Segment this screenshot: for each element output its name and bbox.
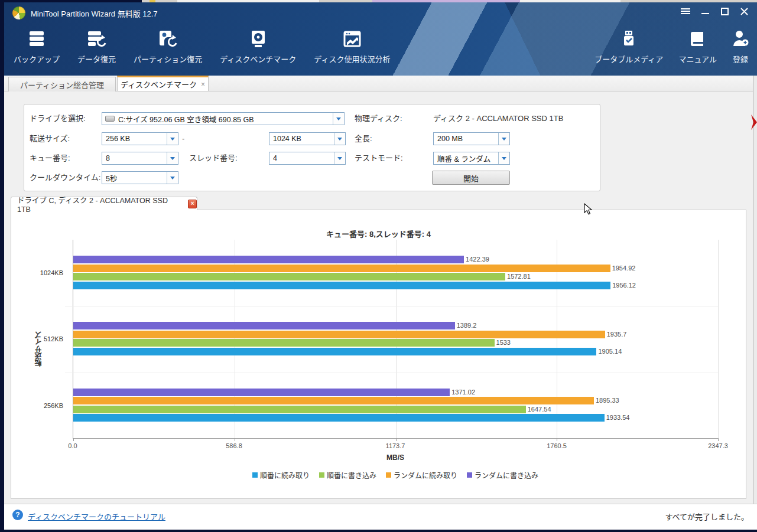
titlebar: MiniTool Partition Wizard 無料版 12.7 xyxy=(4,2,757,24)
toolbar-item-manual[interactable]: マニュアル xyxy=(678,26,717,74)
result-tab-close-icon[interactable]: × xyxy=(188,200,197,208)
axis-tick xyxy=(73,438,74,441)
chart-title: キュー番号: 8,スレッド番号: 4 xyxy=(11,228,746,239)
toolbar-label: データ復元 xyxy=(77,53,116,64)
status-message: すべてが完了しました。 xyxy=(665,511,749,522)
chart-plot: 1422.391954.921572.811956.121389.21935.7… xyxy=(73,240,718,439)
toolbar: バックアップ データ復元 パーティション復元 ディスクベンチマーク xyxy=(4,26,757,74)
chevron-down-icon[interactable] xyxy=(334,152,345,164)
legend-swatch xyxy=(386,472,391,478)
total-length-label: 全長: xyxy=(355,132,372,145)
bar-row: 1905.14 xyxy=(73,348,718,357)
tutorial-link[interactable]: ディスクベンチマークのチュートリアル xyxy=(28,511,165,522)
tab-bar: パーティション総合管理 ディスクベンチマーク × xyxy=(4,76,757,92)
toolbar-label: 登録 xyxy=(733,53,748,64)
toolbar-right: ブータブルメディア マニュアル 登録 xyxy=(594,26,757,74)
toolbar-item-data-recovery[interactable]: データ復元 xyxy=(77,26,116,74)
data-recovery-icon xyxy=(87,26,107,52)
mouse-cursor xyxy=(584,203,593,218)
transfer-size-label: 転送サイズ: xyxy=(30,132,70,145)
chevron-down-icon[interactable] xyxy=(167,172,178,184)
window-controls xyxy=(678,5,751,17)
chevron-down-icon[interactable] xyxy=(498,133,509,145)
transfer-size-from-select[interactable]: 256 KB xyxy=(102,132,178,145)
tab-label: パーティション総合管理 xyxy=(20,79,104,90)
start-button[interactable]: 開始 xyxy=(432,171,510,185)
chevron-down-icon[interactable] xyxy=(333,113,344,125)
bootable-media-icon xyxy=(622,26,636,52)
thread-number-select[interactable]: 4 xyxy=(269,152,346,165)
minimize-button[interactable] xyxy=(698,5,712,17)
legend-label: ランダムに書き込み xyxy=(475,470,538,480)
chart-x-axis-label: MB/S xyxy=(73,453,718,462)
legend-label: 順番に書き込み xyxy=(327,470,376,480)
drive-select[interactable]: C:サイズ 952.06 GB 空き領域 690.85 GB xyxy=(102,112,345,125)
backup-icon xyxy=(27,26,46,52)
category-label: 256KB xyxy=(44,402,63,409)
drive-select-label: ドライブを選択: xyxy=(30,112,86,125)
maximize-button[interactable] xyxy=(717,5,732,17)
result-tab[interactable]: ドライブ C, ディスク 2 - ACCLAMATOR SSD 1TB × xyxy=(11,197,197,210)
x-tick-label: 0.0 xyxy=(68,442,77,449)
drive-icon xyxy=(105,116,115,122)
toolbar-label: ディスクベンチマーク xyxy=(220,53,296,64)
tab-close-icon[interactable]: × xyxy=(201,80,205,89)
bar-row: 1933.54 xyxy=(73,414,718,423)
bar-row: 1895.33 xyxy=(73,397,718,406)
bar-value-label: 1905.14 xyxy=(598,348,622,355)
bar xyxy=(73,397,594,404)
legend-item: ランダムに読み取り xyxy=(386,470,457,480)
queue-number-select[interactable]: 8 xyxy=(102,152,178,165)
help-icon[interactable]: ? xyxy=(12,510,23,520)
app-logo-icon xyxy=(12,6,25,19)
chevron-down-icon[interactable] xyxy=(167,133,178,145)
bar-value-label: 1956.12 xyxy=(612,282,636,289)
legend-item: 順番に読み取り xyxy=(252,470,310,480)
chevron-down-icon[interactable] xyxy=(334,133,345,145)
range-dash: - xyxy=(182,132,184,145)
queue-number-label: キュー番号: xyxy=(30,152,70,165)
band-separator xyxy=(65,306,718,306)
close-button[interactable] xyxy=(737,5,751,17)
bar-row: 1954.92 xyxy=(73,265,718,273)
category-label: 1024KB xyxy=(40,269,63,276)
bar-group: 1422.391954.921572.811956.12 xyxy=(73,256,718,290)
test-mode-select[interactable]: 順番 & ランダム xyxy=(433,152,510,165)
cooldown-label: クールダウンタイム: xyxy=(30,171,100,184)
bar-group: 1371.021895.331647.541933.54 xyxy=(73,389,718,423)
toolbar-item-backup[interactable]: バックアップ xyxy=(14,26,60,74)
disk-analysis-icon xyxy=(343,26,362,52)
toolbar-item-register[interactable]: 登録 xyxy=(732,26,749,74)
menu-button[interactable] xyxy=(678,5,693,17)
bar xyxy=(73,256,464,263)
chevron-down-icon[interactable] xyxy=(167,152,178,164)
background-window-edge xyxy=(753,76,757,504)
tab-disk-benchmark[interactable]: ディスクベンチマーク × xyxy=(117,76,209,91)
chevron-down-icon[interactable] xyxy=(498,152,509,164)
bar-value-label: 1389.2 xyxy=(457,322,477,329)
screen: MiniTool Partition Wizard 無料版 12.7 バックアッ… xyxy=(0,0,757,532)
transfer-size-to-select[interactable]: 1024 KB xyxy=(269,132,346,145)
bar-group: 1389.21935.715331905.14 xyxy=(73,322,718,356)
legend-item: ランダムに書き込み xyxy=(467,470,538,480)
cooldown-select[interactable]: 5秒 xyxy=(102,171,178,184)
x-tick-label: 1173.7 xyxy=(386,442,405,449)
window-title: MiniTool Partition Wizard 無料版 12.7 xyxy=(31,8,158,19)
status-bar: ? ディスクベンチマークのチュートリアル すべてが完了しました。 xyxy=(4,504,757,530)
toolbar-item-disk-analysis[interactable]: ディスク使用状況分析 xyxy=(314,26,390,74)
tab-partition-management[interactable]: パーティション総合管理 xyxy=(8,77,116,92)
toolbar-item-disk-benchmark[interactable]: ディスクベンチマーク xyxy=(220,26,296,74)
bar-row: 1935.7 xyxy=(73,331,718,340)
toolbar-label: マニュアル xyxy=(678,53,717,64)
total-length-select[interactable]: 200 MB xyxy=(433,132,510,145)
physical-disk-label: 物理ディスク: xyxy=(355,112,402,125)
toolbar-label: バックアップ xyxy=(14,53,60,64)
physical-disk-value: ディスク 2 - ACCLAMATOR SSD 1TB xyxy=(433,112,563,125)
legend-swatch xyxy=(319,472,324,478)
toolbar-item-partition-recovery[interactable]: パーティション復元 xyxy=(134,26,202,74)
legend-label: 順番に読み取り xyxy=(260,470,310,480)
toolbar-item-bootable-media[interactable]: ブータブルメディア xyxy=(594,26,663,74)
gridline xyxy=(718,240,719,438)
bar-value-label: 1572.81 xyxy=(507,273,531,280)
x-tick-label: 1760.5 xyxy=(547,442,567,449)
